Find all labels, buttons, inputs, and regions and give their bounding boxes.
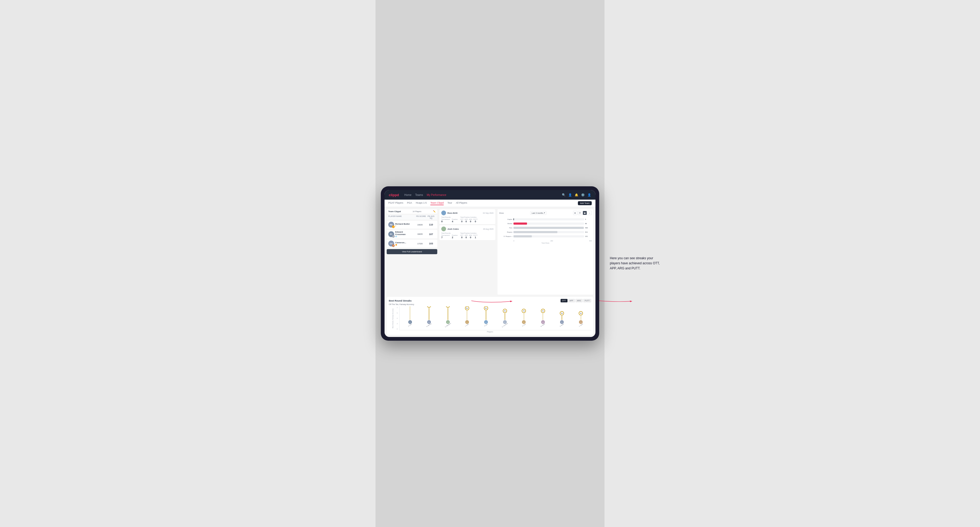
activities-group: Total Practice Activities OTT 0 APP [460, 232, 477, 239]
grid-view-toggle[interactable]: ⊞ [573, 211, 578, 215]
tablet-screen: clippd Home Teams My Performance 🔍 👤 🔔 ⚙… [385, 190, 595, 337]
putt-val: 0 [473, 220, 477, 223]
tab-pga[interactable]: PGA [407, 202, 412, 205]
tab-ott[interactable]: OTT [561, 299, 568, 302]
streak-line [486, 311, 486, 320]
user-icon[interactable]: 👤 [568, 193, 572, 197]
player-dot: RB [484, 320, 488, 324]
add-team-button[interactable]: Add Team [578, 201, 592, 205]
tab-team-clippd[interactable]: Team Clippd [430, 202, 444, 205]
tournament-val: 8 [441, 220, 450, 223]
player-card-josh: Josh Coles 26 Aug 2023 Total Rounds Tour… [439, 225, 495, 240]
bar-double-bogeys: D. Bogeys + 131 [499, 234, 592, 238]
player-row[interactable]: RB 1 Richard Butler ♥ 19/20 110 [387, 221, 437, 229]
streak-line [524, 313, 524, 320]
player-avg: 110 [426, 223, 436, 226]
streaks-section: Best Round Streaks OTT APP ARG PUTT [387, 297, 593, 335]
streak-player-1: 7x EE E. Elert [401, 306, 419, 326]
x-tick-0: 0 [514, 240, 514, 242]
chevron-down-icon: ▾ [544, 212, 545, 214]
view-leaderboard-button[interactable]: View Full Leaderboard [387, 249, 437, 254]
avatar-icon[interactable]: 👤 [587, 193, 591, 197]
streak-bubble: 6x [446, 306, 450, 308]
card-player-name: Rees Britt [447, 212, 482, 214]
card-date: 02 Sep 2023 [483, 212, 493, 214]
streak-player-2: 6x BM B. McHerg [420, 306, 438, 326]
edit-icon[interactable]: ✏️ [433, 210, 436, 213]
nav-teams[interactable]: Teams [415, 194, 423, 197]
player-row[interactable]: EC 2 Edward Crossman 💎 18/20 107 [387, 230, 437, 238]
card-stats: Total Rounds Tournament 8 Practice [441, 216, 493, 223]
streak-bubble: 3x [579, 311, 583, 316]
streak-bubble: 3x [560, 311, 564, 316]
settings-icon[interactable]: ⚙️ [581, 193, 585, 197]
nav-my-performance[interactable]: My Performance [426, 194, 446, 197]
tab-hcaps[interactable]: Hcaps 1-5 [416, 202, 426, 205]
tab-tour[interactable]: Tour [447, 202, 452, 205]
avatar: CA 3 [388, 241, 394, 246]
tab-arg[interactable]: ARG [576, 299, 583, 302]
player-table-header: PLAYER NAME PB SCORE PB AVG SQ [387, 215, 437, 220]
bar-pars: Pars 499 [499, 226, 592, 230]
player-bar-name: J. Coles [465, 323, 469, 327]
streak-bubble: 4x [503, 309, 507, 313]
chart-subtitle: Off The Tee, Fairway Accuracy [389, 303, 591, 305]
rank-badge: 2 [392, 235, 395, 238]
y-tick-7: 7 [397, 307, 399, 308]
streak-player-7: 4x DF D. Ford [515, 309, 533, 326]
list-view-toggle[interactable]: ☰ [578, 211, 582, 215]
card-player-name: Josh Coles [447, 228, 482, 230]
player-avg: 103 [426, 242, 436, 245]
bell-icon[interactable]: 🔔 [575, 193, 578, 197]
rounds-group: Total Rounds Tournament 8 Practice [441, 216, 458, 223]
player-cards-panel: Rees Britt 02 Sep 2023 Total Rounds Tour… [439, 209, 495, 295]
search-icon[interactable]: 🔍 [562, 193, 566, 197]
rounds-group: Total Rounds Tournament 7 Practice [441, 232, 458, 239]
streaks-header: Best Round Streaks OTT APP ARG PUTT [389, 299, 591, 302]
chart-controls: Show Last 3 months ▾ ⊞ ☰ ▣ [499, 211, 592, 215]
tab-putt[interactable]: PUTT [583, 299, 591, 302]
tab-app[interactable]: APP [568, 299, 575, 302]
show-label: Show [499, 212, 504, 214]
y-ticks: 7 5 4 3 0 [397, 306, 399, 330]
nav-links: Home Teams My Performance [404, 194, 562, 197]
streak-chart: Best Streak, Fairway Accuracy 7 5 4 3 0 [389, 306, 591, 330]
player-score: 18/20 [415, 233, 425, 235]
streak-bubble: 4x [522, 309, 526, 313]
player-bar-name: R. Britt [484, 324, 488, 327]
chart-container: Show Last 3 months ▾ ⊞ ☰ ▣ [498, 209, 593, 295]
period-select[interactable]: Last 3 months ▾ [530, 211, 546, 215]
y-tick-4: 4 [397, 317, 399, 319]
streak-line [448, 308, 448, 320]
main-content: Team Clippd 14 Players ✏️ PLAYER NAME PB… [385, 207, 595, 297]
player-row[interactable]: CA 3 Cameron... 🔶 17/20 103 [387, 240, 437, 248]
streak-player-9: 3x RB R. Butler [552, 311, 571, 326]
arg-val: 0 [469, 220, 472, 223]
avatar: EC 2 [388, 231, 394, 237]
streak-bars-area: 7x EE E. Elert 6x BM [399, 306, 591, 330]
activities-group: Total Practice Activities OTT 0 APP [460, 216, 477, 223]
streak-line [429, 308, 429, 320]
activities-label: Total Practice Activities [460, 216, 477, 218]
tab-pgat-players[interactable]: PGAT Players [388, 202, 403, 205]
card-header: Josh Coles 26 Aug 2023 [441, 227, 493, 231]
nav-home[interactable]: Home [404, 194, 412, 197]
practice-val: 4 [452, 220, 458, 223]
table-view-toggle[interactable]: ↓ [587, 211, 592, 215]
tab-all-players[interactable]: All Players [456, 202, 467, 205]
streak-line [504, 313, 505, 320]
bar-chart-panel: Show Last 3 months ▾ ⊞ ☰ ▣ [498, 209, 593, 295]
team-name: Team Clippd [388, 210, 401, 213]
bar-view-toggle[interactable]: ▣ [583, 211, 587, 215]
tablet-frame: clippd Home Teams My Performance 🔍 👤 🔔 ⚙… [381, 186, 599, 341]
x-axis: 0 200 400 [514, 240, 592, 242]
app-val: 0 [465, 220, 468, 223]
y-axis-label: Best Streak, Fairway Accuracy [392, 308, 394, 329]
rank-badge: 3 [392, 244, 395, 247]
annotation-box: Here you can see streaks your players ha… [610, 256, 660, 271]
bar-chart: Eagles 3 Birdies [499, 216, 592, 240]
sub-nav-links: PGAT Players PGA Hcaps 1-5 Team Clippd T… [388, 202, 578, 205]
player-name: Cameron... [395, 241, 414, 244]
streak-player-10: 3x CQ C. Quick [572, 311, 590, 326]
streak-bubble: 4x [541, 309, 545, 313]
